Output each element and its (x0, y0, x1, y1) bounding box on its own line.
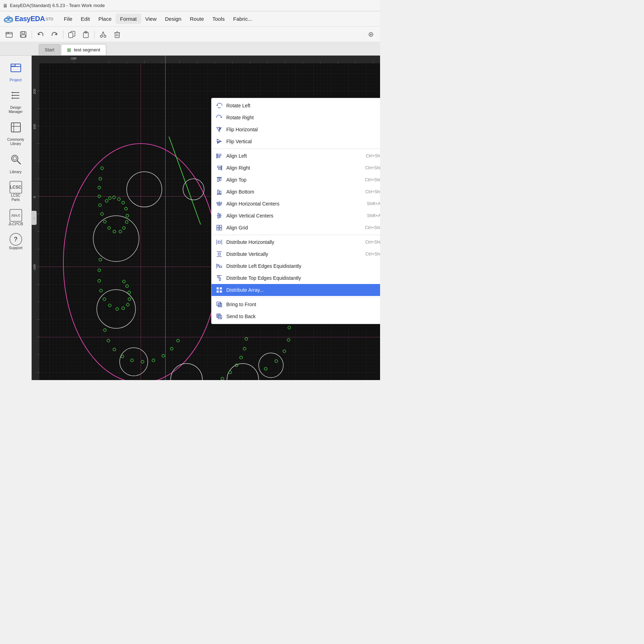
svg-rect-32 (11, 123, 20, 132)
sidebar-collapse-handle[interactable]: › (32, 211, 37, 225)
toolbar-sep-3 (94, 30, 95, 39)
logo: EasyEDA STD (1, 14, 55, 24)
tab-test-segment-label: test segment (74, 47, 100, 52)
distribute-array-label: Distribute Array... (226, 287, 380, 293)
format-rotate-left[interactable]: Rotate Left (211, 100, 380, 112)
format-distribute-h[interactable]: Distribute Horizontally Ctrl+Shift+H (211, 236, 380, 248)
undo-button[interactable] (34, 28, 47, 41)
commonly-library-icon (10, 121, 22, 136)
open-button[interactable] (3, 28, 15, 41)
paste-button[interactable] (80, 28, 92, 41)
align-left-shortcut: Ctrl+Shift+L (366, 153, 380, 158)
format-flip-horizontal[interactable]: Flip Horizontal X (211, 124, 380, 135)
sidebar-item-library[interactable]: Library (2, 150, 30, 177)
flip-h-icon (216, 126, 223, 133)
design-manager-icon (10, 89, 22, 104)
format-distribute-top-edges[interactable]: Distribute Top Edges Equidistantly (211, 272, 380, 284)
format-align-grid[interactable]: Align Grid Ctrl+Shift+G (211, 222, 380, 234)
svg-rect-199 (219, 266, 222, 267)
sidebar-item-commonly-library[interactable]: CommonlyLibrary (2, 118, 30, 149)
menu-file[interactable]: File (59, 14, 76, 24)
format-distribute-v[interactable]: Distribute Vertically Ctrl+Shift+E (211, 248, 380, 260)
copy-button[interactable] (65, 28, 78, 41)
sidebar-item-support[interactable]: ? Support (2, 230, 30, 253)
menu-view[interactable]: View (141, 14, 161, 24)
distribute-top-edges-label: Distribute Top Edges Equidistantly (226, 275, 380, 281)
align-left-label: Align Left (226, 153, 362, 159)
svg-rect-189 (220, 228, 222, 230)
redo-button[interactable] (48, 28, 61, 41)
format-rotate-right[interactable]: Rotate Right (211, 112, 380, 124)
menu-place[interactable]: Place (94, 14, 116, 24)
svg-rect-10 (69, 33, 73, 38)
svg-rect-176 (220, 178, 221, 181)
tab-test-segment[interactable]: ▦ test segment (61, 44, 106, 55)
delete-button[interactable] (111, 28, 124, 41)
svg-rect-187 (220, 225, 222, 227)
flip-h-label: Flip Horizontal (226, 127, 380, 132)
svg-point-14 (104, 35, 106, 37)
format-align-top[interactable]: Align Top Ctrl+Shift+O (211, 174, 380, 186)
format-align-right[interactable]: Align Right Ctrl+Shift+R (211, 162, 380, 174)
format-align-h-centers[interactable]: Align Horizontal Centers Shift+Alt+H (211, 198, 380, 210)
svg-rect-195 (218, 253, 220, 255)
svg-point-29 (12, 92, 13, 93)
toolbar-sep-2 (63, 30, 63, 39)
svg-rect-23 (11, 64, 21, 72)
distribute-h-shortcut: Ctrl+Shift+H (365, 240, 380, 245)
format-align-left[interactable]: Align Left Ctrl+Shift+L (211, 150, 380, 162)
format-bring-to-front[interactable]: Bring to Front (211, 298, 380, 310)
svg-rect-43 (32, 56, 39, 63)
sidebar-item-jlcpcb[interactable]: J@LC JLCPCB (2, 206, 30, 229)
svg-marker-161 (220, 116, 222, 118)
menu-tools[interactable]: Tools (208, 14, 229, 24)
menu-route[interactable]: Route (185, 14, 208, 24)
dropdown-sep-2 (211, 235, 380, 235)
format-distribute-left-edges[interactable]: Distribute Left Edges Equidistantly (211, 260, 380, 272)
align-bottom-label: Align Bottom (226, 189, 362, 195)
align-right-icon (216, 164, 223, 171)
svg-rect-4 (6, 32, 12, 37)
sidebar-item-lcsc[interactable]: LCSC LCSCParts (2, 178, 30, 205)
tab-start[interactable]: Start (39, 44, 60, 55)
align-h-centers-label: Align Horizontal Centers (226, 201, 363, 207)
sidebar-item-project[interactable]: Project (2, 58, 30, 85)
svg-line-36 (17, 161, 20, 164)
format-distribute-array[interactable]: Distribute Array... (211, 284, 380, 296)
cut-button[interactable] (97, 28, 109, 41)
menu-format[interactable]: Format (116, 14, 141, 24)
distribute-top-edges-icon (216, 274, 223, 282)
canvas-area: -100 200 (32, 56, 380, 380)
format-flip-vertical[interactable]: Flip Vertical Y (211, 135, 380, 147)
format-dropdown-menu: Rotate Left Rotate Right Flip Horizontal… (211, 98, 380, 324)
align-right-shortcut: Ctrl+Shift+R (365, 165, 380, 170)
logo-text: EasyEDA (15, 15, 45, 23)
format-align-bottom[interactable]: Align Bottom Ctrl+Shift+B (211, 186, 380, 198)
menu-fabric[interactable]: Fabric... (229, 14, 257, 24)
menu-edit[interactable]: Edit (77, 14, 94, 24)
align-v-centers-icon (216, 212, 223, 219)
library-icon (10, 153, 22, 168)
align-right-label: Align Right (226, 165, 362, 171)
send-to-back-icon (216, 313, 223, 320)
sidebar-item-design-manager[interactable]: DesignManager (2, 86, 30, 117)
menu-bar: EasyEDA STD File Edit Place Format View … (0, 11, 380, 27)
menu-design[interactable]: Design (161, 14, 186, 24)
svg-line-16 (103, 32, 105, 36)
svg-text:0: 0 (33, 196, 36, 198)
save-button[interactable] (17, 28, 30, 41)
svg-rect-208 (218, 303, 222, 307)
align-v-centers-label: Align Vertical Centers (226, 213, 364, 219)
svg-rect-203 (219, 278, 221, 280)
jlcpcb-icon: J@LC (10, 209, 22, 222)
svg-rect-7 (22, 32, 25, 34)
extra-button[interactable] (365, 28, 377, 41)
format-align-v-centers[interactable]: Align Vertical Centers Shift+Alt+E (211, 210, 380, 222)
svg-marker-166 (217, 141, 221, 144)
svg-rect-207 (220, 291, 222, 292)
format-send-to-back[interactable]: Send to Back (211, 310, 380, 322)
app-icon: 🖥 (3, 3, 8, 8)
rotate-right-label: Rotate Right (226, 115, 380, 120)
svg-rect-5 (6, 32, 8, 34)
sidebar-commonly-library-label: CommonlyLibrary (7, 138, 24, 146)
